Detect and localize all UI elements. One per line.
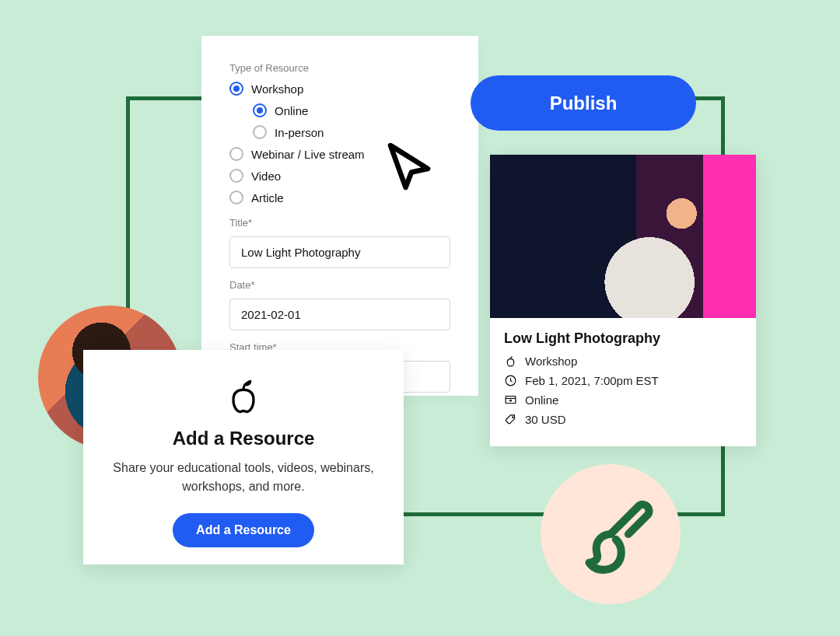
add-resource-title: Add a Resource [105,428,382,449]
add-resource-button[interactable]: Add a Resource [173,513,314,547]
monitor-icon [504,393,517,407]
radio-label: Online [275,104,308,117]
date-input[interactable] [229,299,450,330]
radio-icon [253,103,267,117]
add-resource-button-label: Add a Resource [196,523,291,536]
apple-icon [504,355,517,368]
tag-icon [504,413,517,426]
radio-in-person[interactable]: In-person [253,125,450,139]
radio-label: Article [251,191,284,204]
preview-type-row: Workshop [504,355,742,368]
preview-price: 30 USD [525,413,566,426]
apple-icon [105,376,382,417]
radio-label: Webinar / Live stream [251,148,365,161]
paintbrush-icon [568,491,653,577]
title-field-label: Title* [229,217,450,229]
svg-point-2 [510,400,512,401]
preview-datetime-row: Feb 1, 2021, 7:00pm EST [504,374,742,387]
add-resource-card: Add a Resource Share your educational to… [83,350,404,564]
resource-preview-card[interactable]: Low Light Photography Workshop Feb 1, 20… [490,155,756,446]
preview-price-row: 30 USD [504,413,742,426]
publish-button[interactable]: Publish [471,75,696,131]
radio-workshop[interactable]: Workshop [229,82,450,96]
radio-icon [229,169,243,183]
radio-icon [229,82,243,96]
clock-icon [504,374,517,387]
type-of-resource-label: Type of Resource [229,62,450,74]
preview-image [490,155,756,318]
radio-label: Video [251,169,281,183]
preview-location-row: Online [504,393,742,407]
svg-point-3 [513,417,513,418]
radio-icon [253,125,267,139]
resource-form-card: Type of Resource Workshop Online In-pers… [201,36,478,396]
brush-badge [541,464,681,604]
preview-title: Low Light Photography [504,330,742,347]
preview-location: Online [525,393,558,407]
preview-type: Workshop [525,355,577,368]
radio-icon [229,190,243,204]
radio-label: Workshop [251,82,303,96]
radio-online[interactable]: Online [253,103,450,117]
cursor-icon [381,138,437,194]
radio-icon [229,147,243,161]
preview-body: Low Light Photography Workshop Feb 1, 20… [490,318,756,446]
radio-label: In-person [275,126,324,139]
publish-button-label: Publish [550,93,618,114]
add-resource-description: Share your educational tools, videos, we… [105,459,382,496]
preview-datetime: Feb 1, 2021, 7:00pm EST [525,374,659,387]
title-input[interactable] [229,236,450,268]
date-field-label: Date* [229,279,450,291]
